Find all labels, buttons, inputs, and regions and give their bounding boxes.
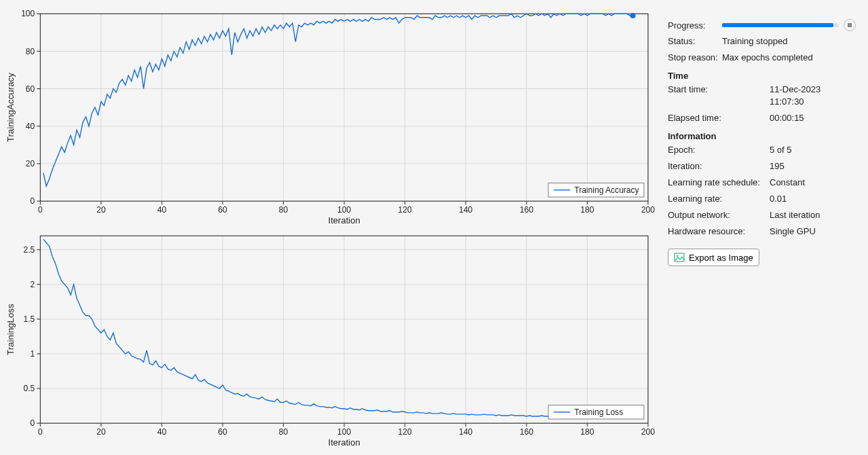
status-label: Status:	[668, 35, 722, 48]
export-image-button[interactable]: Export as Image	[668, 249, 759, 266]
svg-text:0.5: 0.5	[24, 384, 35, 393]
iteration-value: 195	[770, 160, 856, 172]
information-heading: Information	[668, 131, 856, 141]
time-heading: Time	[668, 71, 856, 81]
svg-text:80: 80	[279, 426, 288, 436]
svg-text:160: 160	[520, 204, 533, 214]
output-network-label: Output network:	[668, 209, 770, 221]
svg-text:140: 140	[459, 204, 472, 214]
svg-text:120: 120	[398, 204, 412, 214]
lr-schedule-label: Learning rate schedule:	[668, 177, 770, 189]
output-network-value: Last iteration	[770, 209, 856, 221]
lr-label: Learning rate:	[668, 193, 770, 205]
iteration-label: Iteration:	[668, 160, 770, 172]
svg-text:0: 0	[31, 196, 35, 206]
svg-text:120: 120	[398, 426, 412, 436]
svg-text:Iteration: Iteration	[328, 215, 360, 225]
svg-text:200: 200	[641, 426, 655, 436]
svg-text:140: 140	[459, 426, 472, 436]
svg-text:160: 160	[520, 426, 533, 436]
epoch-value: 5 of 5	[770, 144, 856, 156]
stop-reason-label: Stop reason:	[668, 52, 722, 64]
training-monitor: 020406080100120140160180200020406080100I…	[0, 0, 868, 455]
svg-text:TrainingAccuracy: TrainingAccuracy	[5, 73, 16, 142]
svg-text:40: 40	[157, 426, 167, 436]
svg-text:Training Accuracy: Training Accuracy	[574, 185, 639, 195]
stop-button[interactable]	[844, 19, 856, 31]
svg-text:20: 20	[96, 426, 106, 436]
start-time-value: 11-Dec-2023 11:07:30	[770, 84, 856, 108]
svg-text:40: 40	[26, 122, 35, 131]
svg-text:TrainingLoss: TrainingLoss	[5, 304, 16, 355]
svg-text:100: 100	[337, 204, 351, 214]
epoch-label: Epoch:	[668, 144, 770, 156]
progress-bar	[722, 23, 838, 27]
svg-text:1: 1	[31, 349, 35, 359]
svg-point-53	[630, 13, 635, 18]
accuracy-chart: 020406080100120140160180200020406080100I…	[3, 5, 658, 228]
svg-text:0: 0	[38, 204, 43, 214]
loss-chart: 02040608010012014016018020000.511.522.5I…	[3, 228, 658, 450]
svg-text:80: 80	[279, 204, 288, 214]
svg-text:20: 20	[96, 204, 106, 214]
lr-value: 0.01	[770, 193, 856, 205]
svg-point-119	[677, 255, 679, 257]
chart-area: 020406080100120140160180200020406080100I…	[0, 0, 661, 455]
stop-icon	[848, 23, 852, 27]
status-value: Training stopped	[722, 35, 856, 48]
svg-text:200: 200	[641, 204, 655, 214]
svg-text:60: 60	[218, 426, 227, 436]
hardware-label: Hardware resource:	[668, 225, 770, 238]
svg-text:0: 0	[31, 418, 35, 428]
elapsed-time-label: Elapsed time:	[668, 112, 770, 124]
export-image-label: Export as Image	[689, 253, 753, 263]
svg-text:0: 0	[38, 426, 43, 436]
info-panel: Progress: Status: Training stopped Stop …	[661, 0, 868, 455]
svg-text:80: 80	[26, 46, 35, 56]
svg-text:180: 180	[580, 426, 594, 436]
hardware-value: Single GPU	[770, 225, 856, 238]
elapsed-time-value: 00:00:15	[770, 112, 856, 124]
image-icon	[674, 252, 685, 263]
svg-text:1.5: 1.5	[24, 314, 35, 324]
svg-text:20: 20	[26, 159, 35, 168]
svg-text:Iteration: Iteration	[328, 437, 360, 448]
svg-text:100: 100	[21, 9, 35, 18]
svg-text:40: 40	[157, 204, 167, 214]
stop-reason-value: Max epochs completed	[722, 52, 856, 64]
svg-text:2.5: 2.5	[24, 245, 35, 255]
start-time-label: Start time:	[668, 84, 770, 108]
lr-schedule-value: Constant	[770, 177, 856, 189]
svg-text:180: 180	[580, 204, 594, 214]
svg-text:60: 60	[26, 84, 35, 94]
progress-fill	[722, 23, 833, 27]
svg-text:60: 60	[218, 204, 227, 214]
svg-text:Training Loss: Training Loss	[574, 407, 623, 417]
svg-text:100: 100	[337, 426, 351, 436]
svg-text:2: 2	[31, 280, 35, 289]
progress-label: Progress:	[668, 20, 722, 31]
